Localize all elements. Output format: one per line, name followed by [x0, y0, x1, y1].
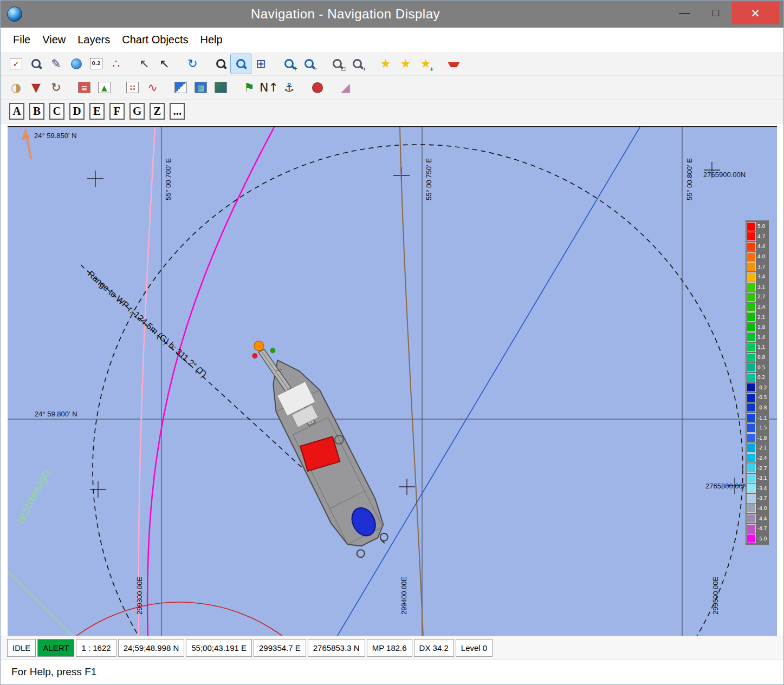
colorbar-value: 2.4 — [757, 304, 765, 310]
point-grid-button[interactable]: ∷ — [122, 78, 142, 97]
man-overboard-button[interactable] — [444, 54, 464, 74]
menu-chart-objects[interactable]: Chart Objects — [116, 30, 194, 49]
colorbar-value: 0.5 — [757, 365, 765, 370]
layer-button-Z[interactable]: Z — [150, 103, 165, 120]
refresh-view-button[interactable]: ↻ — [183, 54, 203, 74]
minimize-button[interactable]: — — [669, 1, 700, 24]
zoom-window-icon — [236, 58, 247, 69]
search-chart-button[interactable] — [26, 54, 46, 74]
layer-button-C[interactable]: C — [49, 103, 64, 120]
green-flag-button[interactable]: ⚑ — [239, 78, 259, 97]
maximize-button[interactable]: □ — [700, 1, 731, 24]
scale-page-button[interactable]: 0.2 — [86, 54, 106, 74]
colorbar-entry: -1.8 — [747, 433, 767, 443]
colorbar-entry: 4.7 — [747, 232, 767, 242]
menu-view[interactable]: View — [36, 30, 72, 49]
layer-button-D[interactable]: D — [69, 103, 85, 120]
colorbar-swatch — [747, 373, 756, 382]
chart-label-northing-2: 2765800.00N — [705, 482, 748, 490]
globe-icon — [71, 58, 82, 69]
layer-button-more[interactable]: ... — [170, 103, 185, 120]
close-button[interactable]: ✕ — [731, 2, 779, 24]
seabed-map-button[interactable] — [211, 78, 231, 97]
zoom-in-button[interactable]: + — [279, 54, 299, 74]
colorbar-value: -2.1 — [757, 445, 767, 451]
zoom-all-button[interactable]: □ — [327, 54, 347, 74]
colorbar-value: -3.7 — [757, 495, 767, 501]
query-cursor-icon: ✎ — [51, 58, 61, 70]
layer-button-E[interactable]: E — [89, 103, 105, 120]
query-cursor-button[interactable]: ✎ — [46, 54, 66, 74]
north-up-button[interactable]: N↑ — [259, 78, 279, 97]
select-cursor-button[interactable]: ↖ — [154, 54, 174, 74]
window-title: Navigation - Navigation Display — [22, 6, 669, 22]
background-image-button[interactable]: ▲ — [94, 78, 114, 97]
mission-check-button[interactable]: ✓ — [6, 54, 26, 74]
colorbar-swatch — [747, 272, 756, 282]
chart-canvas[interactable]: 24° 59.850' N 24° 59.800' N 55° 00.700' … — [8, 126, 777, 636]
favorites-button[interactable]: ★ — [375, 54, 396, 74]
chart-split-button[interactable] — [171, 78, 191, 97]
route-editor-icon: ∴ — [113, 58, 120, 70]
chart-label-lon-2: 55° 00.750' E — [425, 158, 433, 200]
measure-protractor-button[interactable]: ◑ — [6, 78, 26, 97]
status-level: Level 0 — [456, 639, 493, 657]
help-bar: For Help, press F1 — [1, 659, 783, 684]
colorbar-value: 2.7 — [757, 294, 765, 299]
zoom-out-button[interactable]: − — [299, 54, 319, 74]
chart-label-lon-1: 55° 00.700' E — [164, 158, 172, 200]
layers-manager-button[interactable]: ≡ — [74, 78, 94, 97]
colorbar-entry: -0.8 — [747, 403, 767, 413]
erase-area-button[interactable]: ◢ — [335, 78, 355, 97]
colorbar-entry: 4.4 — [747, 242, 767, 252]
blue-track-line — [336, 127, 640, 636]
zoom-all-icon: □ — [332, 58, 343, 69]
vessel[interactable] — [244, 325, 396, 563]
colorbar-swatch — [747, 262, 756, 271]
red-range-circle — [8, 602, 353, 636]
colorbar-swatch — [747, 403, 756, 412]
favorites-view-button[interactable]: ★ — [396, 54, 416, 74]
favorites-add-button[interactable]: ★+ — [416, 54, 436, 74]
green-flag-icon: ⚑ — [244, 82, 255, 94]
layer-button-F[interactable]: F — [109, 103, 125, 120]
colorbar-value: -0.2 — [757, 385, 767, 390]
colorbar-value: -3.4 — [757, 486, 767, 491]
application-window: Navigation - Navigation Display — □ ✕ Fi… — [0, 0, 784, 685]
zoom-button[interactable] — [211, 54, 231, 74]
status-dx: DX 34.2 — [414, 639, 454, 657]
colorbar-value: -4.0 — [757, 506, 767, 511]
pan-cursor-button[interactable]: ↖ — [134, 54, 154, 74]
globe-button[interactable] — [66, 54, 86, 74]
zoom-out-icon: − — [304, 58, 315, 69]
rotate-tool-button[interactable]: ↻ — [46, 78, 66, 97]
track-line-button[interactable]: ∿ — [142, 78, 163, 97]
layer-button-A[interactable]: A — [9, 103, 24, 120]
buoy-button[interactable] — [307, 78, 327, 97]
scale-page-icon: 0.2 — [90, 58, 102, 69]
toolbar-chart-objects: ◑▼↻≡▲∷∿▦⚑N↑⚓◢ — [1, 76, 783, 100]
menu-bar: FileViewLayersChart ObjectsHelp — [1, 28, 783, 52]
colorbar-entry: -1.1 — [747, 413, 767, 423]
menu-layers[interactable]: Layers — [72, 30, 116, 49]
depth-colorbar: 5.04.74.44.03.73.43.12.72.42.11.81.41.10… — [746, 220, 769, 545]
colorbar-swatch — [747, 323, 756, 332]
pan-view-button[interactable]: ⊞ — [251, 54, 271, 74]
menu-help[interactable]: Help — [195, 30, 229, 49]
route-editor-button[interactable]: ∴ — [106, 54, 126, 74]
zoom-window-button[interactable] — [231, 54, 251, 74]
anchor-watch-button[interactable]: ⚓ — [279, 78, 299, 97]
colorbar-entry: -4.4 — [747, 513, 767, 524]
layer-button-B[interactable]: B — [29, 103, 44, 120]
drop-waypoint-button[interactable]: ▼ — [26, 78, 46, 97]
colorbar-swatch — [747, 494, 756, 503]
colorbar-entry: -3.4 — [747, 483, 767, 493]
zoom-back-button[interactable]: ‹ — [347, 54, 367, 74]
menu-file[interactable]: File — [7, 30, 36, 49]
mission-check-icon: ✓ — [10, 58, 22, 69]
colorbar-swatch — [747, 343, 756, 352]
color-grid-button[interactable]: ▦ — [191, 78, 211, 97]
colorbar-swatch — [747, 504, 756, 513]
layer-button-G[interactable]: G — [129, 103, 145, 120]
colorbar-value: -4.7 — [757, 526, 767, 531]
